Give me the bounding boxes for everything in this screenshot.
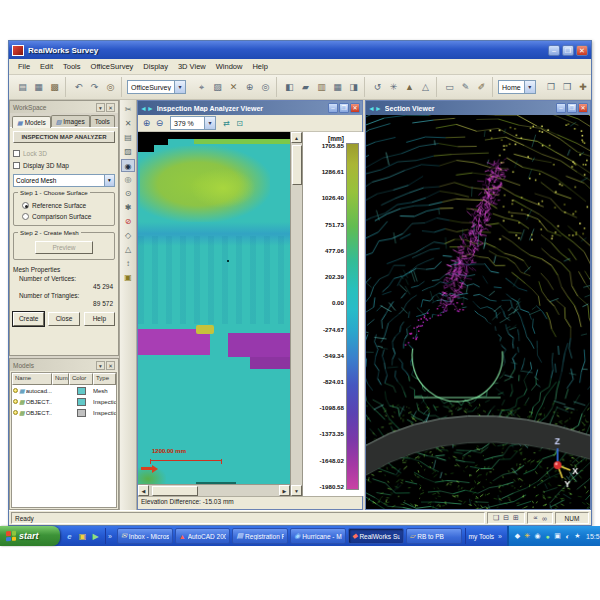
panel-control-icon[interactable]: ▾ [96, 103, 105, 112]
tool-icon[interactable]: △ [121, 243, 135, 256]
window-control-icon[interactable]: ✕ [350, 103, 360, 113]
panel-control-icon[interactable]: ✕ [106, 361, 115, 370]
tool-icon[interactable]: ⊘ [121, 215, 135, 228]
menu-item[interactable]: File [13, 60, 35, 73]
tool-icon[interactable]: ↕ [121, 257, 135, 270]
tray-icon[interactable]: ● [543, 533, 552, 540]
map-tool-icon[interactable]: ⇄ [220, 117, 233, 130]
taskbar-task[interactable]: ▤Registration Rep... [232, 528, 288, 544]
window-control-icon[interactable]: ❐ [562, 45, 574, 56]
chevron-down-icon[interactable]: ▾ [524, 81, 535, 93]
create-button[interactable]: Create [13, 312, 44, 326]
tool-icon[interactable]: ◉ [121, 159, 135, 172]
menu-item[interactable]: Tools [58, 60, 86, 73]
comparison-surface-radio[interactable] [22, 213, 29, 220]
tray-icon[interactable]: ▣ [553, 532, 562, 540]
preview-button[interactable]: Preview [35, 241, 93, 254]
layout-icon[interactable]: ⊟ [501, 514, 511, 522]
column-header[interactable]: Color [69, 373, 93, 385]
toolbar-icon[interactable]: ↷ [87, 80, 102, 95]
table-row[interactable]: ▩OBJECT... Inspectio [12, 407, 116, 418]
taskbar-task[interactable]: ◉Hurricane - Micro... [290, 528, 346, 544]
tool-icon[interactable]: ✱ [121, 201, 135, 214]
window-control-icon[interactable]: ✕ [576, 45, 588, 56]
display-3d-map-checkbox[interactable] [13, 162, 20, 169]
column-header[interactable]: Name [12, 373, 52, 385]
window-control-icon[interactable]: ✕ [578, 103, 588, 113]
mesh-type-select[interactable]: Colored Mesh ▾ [13, 174, 115, 187]
inspection-map[interactable]: 1200.00 mm [138, 132, 290, 484]
tray-icon[interactable]: ◆ [513, 532, 522, 540]
map-viewer-titlebar[interactable]: ◄► Inspection Map Analyzer Viewer –❐✕ [138, 101, 362, 115]
lock-3d-checkbox[interactable] [13, 150, 20, 157]
menu-item[interactable]: 3D View [173, 60, 211, 73]
menu-item[interactable]: Window [211, 60, 248, 73]
chevron-down-icon[interactable]: ▾ [174, 81, 185, 93]
scroll-down-icon[interactable]: ▼ [291, 485, 302, 496]
toolbar-icon[interactable]: ◧ [282, 80, 297, 95]
toolbar-icon[interactable]: ▩ [47, 80, 62, 95]
tool-icon[interactable]: ✕ [121, 117, 135, 130]
toolbar-icon[interactable]: ✚ [576, 80, 591, 95]
table-row[interactable]: ▩OBJECT... Inspectio [12, 396, 116, 407]
tool-icon[interactable]: ▣ [121, 271, 135, 284]
window-control-icon[interactable]: – [556, 103, 566, 113]
tool-icon[interactable]: ◎ [121, 173, 135, 186]
taskbar-task[interactable]: ▲AutoCAD 2002 [175, 528, 231, 544]
view-icon[interactable]: ∞ [540, 515, 549, 522]
map-tool-icon[interactable]: ⊡ [233, 117, 246, 130]
toolbar-icon[interactable]: ✐ [474, 80, 489, 95]
layout-icon[interactable]: ❏ [491, 514, 501, 522]
quick-launch-icon[interactable]: e [64, 531, 75, 542]
help-button[interactable]: Help [84, 312, 115, 326]
menu-item[interactable]: Help [247, 60, 272, 73]
tray-icon[interactable]: ◐ [563, 533, 572, 540]
zoom-icon[interactable]: ⊕ [140, 117, 153, 130]
toolbar-icon[interactable]: ◨ [346, 80, 361, 95]
section-3d-viewport[interactable] [366, 115, 590, 509]
toolbar-icon[interactable]: ▭ [442, 80, 457, 95]
menu-item[interactable]: Display [138, 60, 173, 73]
chevron-down-icon[interactable]: ▾ [104, 175, 114, 186]
toolbar-icon[interactable]: ⊕ [242, 80, 257, 95]
chevron-down-icon[interactable]: ▾ [204, 117, 215, 129]
tool-icon[interactable]: ◇ [121, 229, 135, 242]
scroll-right-icon[interactable]: ▶ [279, 485, 290, 496]
tool-icon[interactable]: ⊙ [121, 187, 135, 200]
home-combo[interactable]: Home ▾ [498, 80, 536, 94]
window-control-icon[interactable]: ❐ [339, 103, 349, 113]
my-tools-toolbar[interactable]: my Tools » [465, 528, 507, 544]
toolbar-icon[interactable]: ✎ [458, 80, 473, 95]
menu-item[interactable]: Edit [35, 60, 58, 73]
column-header[interactable]: Num... [52, 373, 69, 385]
zoom-icon[interactable]: ⊖ [153, 117, 166, 130]
toolbar-icon[interactable]: ▰ [298, 80, 313, 95]
taskbar-task[interactable]: ✉Inbox - Microsof... [117, 528, 173, 544]
vertical-scrollbar[interactable]: ▲ ▼ [290, 132, 302, 496]
panel-control-icon[interactable]: ✕ [106, 103, 115, 112]
toolbar-icon[interactable]: ✳ [386, 80, 401, 95]
color-swatch[interactable] [77, 409, 86, 417]
toolbar-icon[interactable]: ❒ [560, 80, 575, 95]
section-viewer-titlebar[interactable]: ◄► Section Viewer –❐✕ [366, 101, 590, 115]
menu-item[interactable]: OfficeSurvey [86, 60, 139, 73]
toolbar-icon[interactable]: ▥ [314, 80, 329, 95]
tray-icon[interactable]: ◉ [533, 532, 542, 540]
visibility-bulb-icon[interactable] [13, 410, 18, 415]
table-row[interactable]: ▦autocad... Mesh [12, 385, 116, 396]
quick-launch-icon[interactable]: ▶ [90, 531, 101, 542]
view-icon[interactable]: ∝ [531, 514, 540, 522]
close-button[interactable]: Close [48, 312, 79, 326]
taskbar-task[interactable]: ▱RB to PB [406, 528, 462, 544]
app-titlebar[interactable]: RealWorks Survey –❐✕ [9, 41, 591, 59]
panel-control-icon[interactable]: ▾ [96, 361, 105, 370]
toolbar-icon[interactable]: ▤ [15, 80, 30, 95]
toolbar-icon[interactable]: ⌖ [194, 80, 209, 95]
window-control-icon[interactable]: – [328, 103, 338, 113]
tool-icon[interactable]: ▤ [121, 131, 135, 144]
toolbar-icon[interactable]: ↺ [370, 80, 385, 95]
tab-models[interactable]: ▦Models [12, 116, 51, 128]
toolbar-icon[interactable]: ▦ [31, 80, 46, 95]
tab-tools[interactable]: Tools [90, 115, 115, 127]
officesurvey-combo[interactable]: OfficeSurvey ▾ [127, 80, 186, 94]
